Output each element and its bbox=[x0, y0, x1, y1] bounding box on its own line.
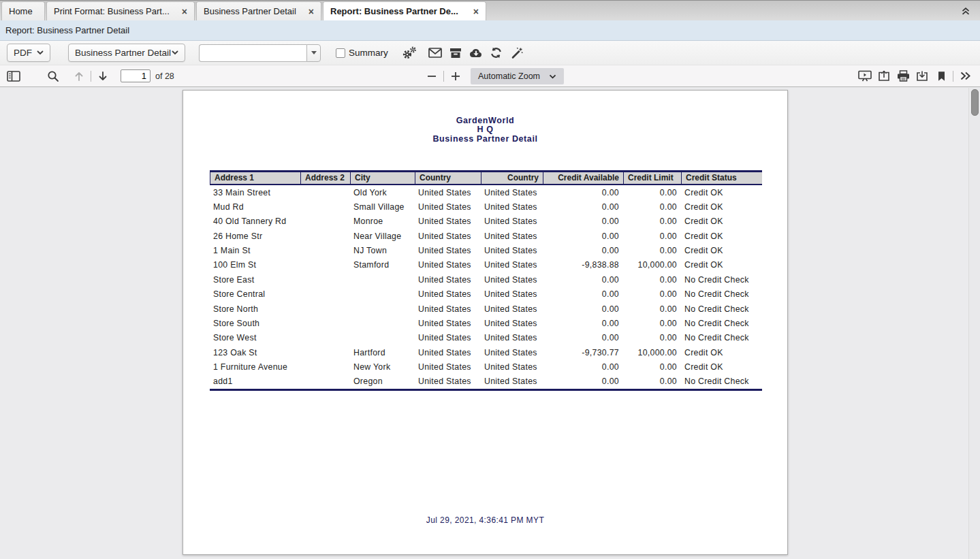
export-format-select[interactable]: PDF bbox=[7, 44, 50, 62]
cell-city: New York bbox=[350, 362, 415, 372]
close-icon[interactable]: × bbox=[309, 7, 314, 16]
cell-country-1: United States bbox=[415, 217, 481, 226]
cell-credit-status: Credit OK bbox=[681, 362, 762, 372]
tab-print-format[interactable]: Print Format: Business Part... × bbox=[46, 1, 195, 20]
cell-city: Oregon bbox=[350, 377, 415, 386]
cell-country-1: United States bbox=[415, 231, 481, 241]
close-icon[interactable]: × bbox=[182, 7, 187, 16]
cell-credit-available: -9,730.77 bbox=[543, 348, 623, 357]
archive-icon[interactable] bbox=[445, 44, 466, 63]
send-mail-icon[interactable] bbox=[425, 44, 445, 63]
cell-address1: Store Central bbox=[210, 289, 300, 299]
cell-address1: 40 Old Tannery Rd bbox=[210, 217, 300, 226]
cell-country-2: United States bbox=[481, 202, 543, 212]
cell-address1: add1 bbox=[210, 377, 300, 386]
cell-credit-available: 0.00 bbox=[543, 246, 623, 255]
cell-credit-status: Credit OK bbox=[681, 188, 762, 197]
cell-country-1: United States bbox=[415, 289, 481, 299]
close-icon[interactable]: × bbox=[473, 7, 479, 16]
cell-credit-limit: 0.00 bbox=[623, 304, 681, 314]
download-icon[interactable] bbox=[913, 67, 932, 84]
scrollbar-thumb[interactable] bbox=[971, 89, 979, 116]
report-combo-input[interactable] bbox=[199, 44, 306, 62]
zoom-out-icon[interactable] bbox=[422, 68, 441, 85]
cell-country-2: United States bbox=[481, 362, 543, 372]
print-format-select[interactable]: Business Partner Detail bbox=[68, 44, 185, 62]
zoom-level-select[interactable]: Automatic Zoom bbox=[471, 68, 564, 84]
export-format-value: PDF bbox=[14, 48, 32, 58]
process-gears-icon[interactable] bbox=[399, 44, 420, 63]
window-title-bar: Report: Business Partner Detail bbox=[0, 20, 980, 41]
vertical-scrollbar[interactable] bbox=[968, 88, 980, 559]
cell-address1: 123 Oak St bbox=[210, 348, 300, 357]
open-file-icon[interactable] bbox=[874, 67, 894, 84]
cell-credit-available: 0.00 bbox=[543, 188, 623, 197]
tab-business-partner-detail[interactable]: Business Partner Detail × bbox=[196, 1, 321, 20]
table-row: Store South United States United States … bbox=[210, 316, 762, 330]
table-row: Mud Rd Small Village United States Unite… bbox=[210, 199, 762, 214]
cloud-download-icon[interactable] bbox=[466, 44, 486, 63]
table-header-row: Address 1 Address 2 City Country Country… bbox=[210, 170, 762, 185]
cell-address1: 33 Main Street bbox=[210, 188, 300, 197]
business-partner-table: Address 1 Address 2 City Country Country… bbox=[210, 170, 762, 391]
cell-credit-status: No Credit Check bbox=[681, 319, 762, 328]
zoom-in-icon[interactable] bbox=[446, 68, 465, 85]
cell-country-2: United States bbox=[481, 319, 543, 328]
table-row: 26 Home Str Near Village United States U… bbox=[210, 229, 762, 243]
cell-address1: 1 Main St bbox=[210, 246, 300, 255]
tab-home[interactable]: Home bbox=[1, 1, 45, 20]
next-page-icon[interactable] bbox=[93, 67, 112, 84]
cell-country-1: United States bbox=[415, 275, 481, 285]
wizard-wand-icon[interactable] bbox=[507, 44, 527, 63]
combo-dropdown-button[interactable] bbox=[306, 44, 321, 62]
cell-country-1: United States bbox=[415, 188, 481, 197]
report-timestamp: Jul 29, 2021, 4:36:41 PM MYT bbox=[183, 515, 787, 525]
table-body: 33 Main Street Old York United States Un… bbox=[210, 185, 762, 391]
column-header: City bbox=[350, 172, 415, 184]
previous-page-icon[interactable] bbox=[69, 67, 89, 84]
page-number-input[interactable] bbox=[121, 69, 151, 82]
page-count-label: of 28 bbox=[155, 71, 174, 81]
column-header: Credit Status bbox=[681, 172, 762, 184]
cell-credit-available: 0.00 bbox=[543, 275, 623, 285]
cell-city: Stamford bbox=[350, 260, 415, 270]
sidebar-toggle-icon[interactable] bbox=[4, 67, 23, 84]
collapse-chevron-up-icon[interactable] bbox=[961, 6, 972, 16]
cell-credit-available: -9,838.88 bbox=[543, 260, 623, 270]
cell-credit-available: 0.00 bbox=[543, 304, 623, 314]
column-header: Address 2 bbox=[300, 172, 350, 184]
table-row: 33 Main Street Old York United States Un… bbox=[210, 185, 762, 199]
table-row: Store West United States United States 0… bbox=[210, 331, 762, 345]
table-row: 123 Oak St Hartford United States United… bbox=[210, 345, 762, 360]
cell-country-2: United States bbox=[481, 246, 543, 255]
cell-credit-limit: 0.00 bbox=[623, 377, 681, 386]
tab-label: Home bbox=[9, 6, 37, 16]
column-header: Credit Available bbox=[543, 172, 623, 184]
print-icon[interactable] bbox=[894, 67, 913, 84]
application-window: Home Print Format: Business Part... × Bu… bbox=[0, 0, 980, 559]
cell-credit-limit: 0.00 bbox=[623, 231, 681, 241]
cell-country-1: United States bbox=[415, 246, 481, 255]
summary-label: Summary bbox=[349, 48, 388, 58]
cell-country-1: United States bbox=[415, 260, 481, 270]
cell-country-1: United States bbox=[415, 304, 481, 314]
tab-report-business-partner-detail[interactable]: Report: Business Partner De... × bbox=[323, 1, 486, 20]
summary-checkbox[interactable] bbox=[336, 48, 345, 58]
cell-credit-available: 0.00 bbox=[543, 231, 623, 241]
report-title: Business Partner Detail bbox=[183, 135, 787, 144]
presentation-mode-icon[interactable] bbox=[855, 67, 874, 84]
refresh-icon[interactable] bbox=[486, 44, 507, 63]
cell-credit-limit: 0.00 bbox=[623, 275, 681, 285]
cell-city: Monroe bbox=[350, 217, 415, 226]
bookmark-icon[interactable] bbox=[932, 67, 951, 84]
cell-city: Old York bbox=[350, 188, 415, 197]
cell-credit-status: Credit OK bbox=[681, 348, 762, 357]
search-icon[interactable] bbox=[44, 67, 63, 84]
cell-credit-status: Credit OK bbox=[681, 202, 762, 212]
toolbar-separator bbox=[91, 71, 91, 82]
report-toolbar-icons bbox=[399, 44, 527, 63]
cell-credit-status: Credit OK bbox=[681, 246, 762, 255]
cell-country-1: United States bbox=[415, 319, 481, 328]
more-tools-chevron-icon[interactable] bbox=[955, 67, 975, 84]
column-header: Country bbox=[415, 172, 481, 184]
